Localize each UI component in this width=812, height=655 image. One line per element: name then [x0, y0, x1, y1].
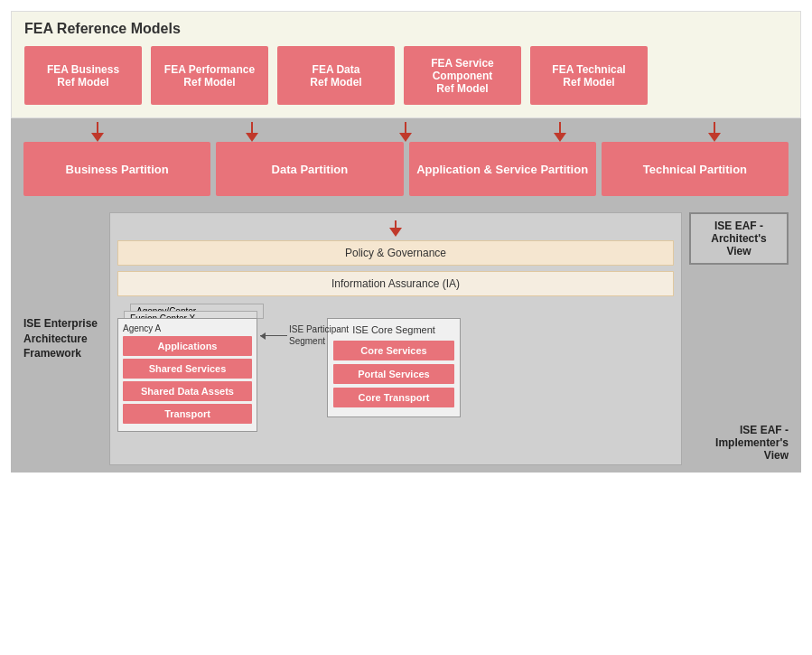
down-arrow-to-inner	[117, 220, 674, 237]
ise-eaf-architect-box: ISE EAF - Architect's View	[689, 212, 789, 265]
agency-shared-data-box: Shared Data Assets	[123, 381, 252, 401]
agency-transport-box: Transport	[123, 404, 252, 424]
agency-a-box: Agency A Applications Shared Services Sh…	[117, 318, 257, 432]
fea-arrow-2	[178, 118, 327, 142]
core-transport-box: Core Transport	[333, 388, 454, 407]
ise-enterprise-label: ISE Enterprise Architecture Framework	[23, 316, 102, 361]
policy-bar: Policy & Governance	[117, 240, 674, 266]
partition-technical: Technical Partition	[602, 142, 789, 196]
partition-business: Business Partition	[23, 142, 210, 196]
agency-a-title: Agency A	[123, 323, 252, 333]
ise-enterprise-label-container: ISE Enterprise Architecture Framework	[23, 212, 109, 465]
fea-arrow-5	[639, 118, 789, 142]
agency-applications-box: Applications	[123, 336, 252, 356]
fea-box-data: FEA DataRef Model	[277, 46, 395, 105]
participant-segment-label: ISE Participant Segment	[289, 323, 352, 347]
fea-arrow-4	[486, 118, 635, 142]
fea-arrow-3	[331, 118, 481, 142]
partition-section: Business Partition Data Partition Applic…	[11, 142, 801, 212]
fea-boxes: FEA BusinessRef Model FEA PerformanceRef…	[24, 46, 788, 105]
partition-app-service: Application & Service Partition	[409, 142, 596, 196]
fea-box-technical: FEA TechnicalRef Model	[530, 46, 648, 105]
portal-services-box: Portal Services	[333, 364, 454, 384]
main-container: FEA Reference Models FEA BusinessRef Mod…	[0, 0, 812, 655]
ise-eaf-implementer-label: ISE EAF - Implementer's View	[689, 424, 789, 465]
agency-shared-services-box: Shared Services	[123, 359, 252, 379]
lower-arch-section: ISE Enterprise Architecture Framework Po…	[11, 212, 801, 473]
inner-content-box: Policy & Governance Information Assuranc…	[109, 212, 682, 465]
participant-segment-wrapper: Agency/Center ... Fusion Center X Agency…	[117, 304, 316, 457]
partition-row: Business Partition Data Partition Applic…	[23, 142, 789, 196]
fea-title: FEA Reference Models	[24, 21, 788, 37]
fea-box-performance: FEA PerformanceRef Model	[151, 46, 268, 105]
fea-box-business: FEA BusinessRef Model	[24, 46, 142, 105]
right-labels-container: ISE EAF - Architect's View ISE EAF - Imp…	[682, 212, 789, 465]
ia-bar: Information Assurance (IA)	[117, 271, 674, 296]
segments-row: Agency/Center ... Fusion Center X Agency…	[117, 304, 674, 457]
partition-data: Data Partition	[216, 142, 403, 196]
fea-section: FEA Reference Models FEA BusinessRef Mod…	[11, 11, 801, 118]
fea-arrows-row	[11, 118, 801, 142]
fea-arrow-1	[23, 118, 173, 142]
participant-segment-label-container: ISE Participant Segment	[260, 323, 352, 347]
fea-box-service: FEA ServiceComponentRef Model	[404, 46, 521, 105]
